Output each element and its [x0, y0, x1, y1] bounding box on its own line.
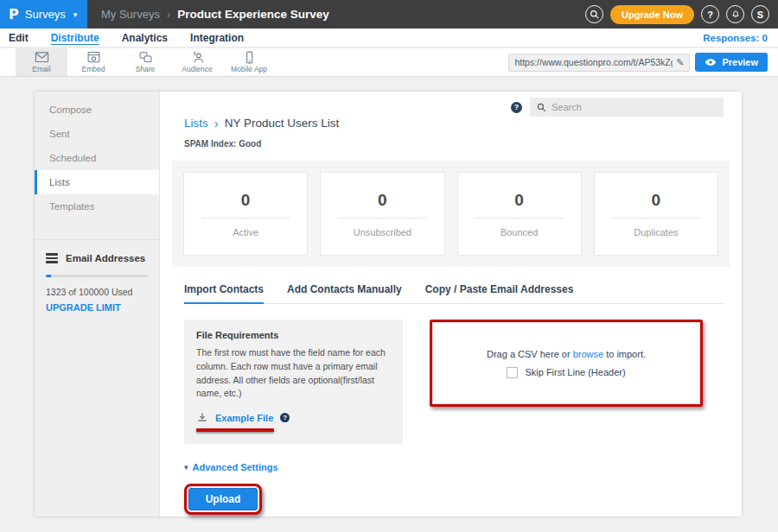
stat-divider [201, 218, 290, 218]
breadcrumb-separator-icon: › [167, 8, 170, 21]
email-addresses-section: Email Addresses 1323 of 100000 Used UPGR… [35, 239, 159, 314]
file-requirements-title: File Requirements [196, 330, 391, 340]
nav-integration[interactable]: Integration [179, 32, 255, 44]
contacts-tabs: Import Contacts Add Contacts Manually Co… [184, 283, 724, 304]
stat-label: Duplicates [634, 227, 678, 238]
magnifier-icon [537, 103, 546, 112]
stat-label: Unsubscribed [354, 227, 411, 238]
upgrade-limit-link[interactable]: UPGRADE LIMIT [46, 302, 121, 313]
survey-url-input[interactable] [514, 57, 673, 67]
list-breadcrumb: Lists › NY Product Users List [184, 117, 724, 130]
skip-first-line-label: Skip First Line (Header) [525, 367, 625, 377]
channel-mobile-app[interactable]: Mobile App [223, 48, 275, 76]
advanced-settings-label: Advanced Settings [193, 462, 278, 472]
channel-share[interactable]: Share [119, 48, 171, 76]
email-icon [35, 51, 49, 64]
dropzone-text: Drag a CSV here or browse to import. [487, 349, 646, 359]
stat-value: 0 [652, 191, 661, 210]
tab-add-contacts-manually[interactable]: Add Contacts Manually [287, 283, 402, 304]
spam-index: SPAM Index: Good [184, 139, 724, 149]
sidebar-item-lists[interactable]: Lists [35, 170, 159, 194]
red-annotation-box: Drag a CSV here or browse to import. Ski… [430, 320, 703, 407]
toolbar-right: ✎ Preview [508, 48, 768, 76]
user-avatar[interactable]: S [751, 5, 769, 23]
file-requirements-box: File Requirements The first row must hav… [184, 320, 403, 444]
search-icon[interactable] [585, 5, 603, 23]
csv-dropzone[interactable]: Drag a CSV here or browse to import. Ski… [432, 322, 700, 404]
channel-embed-label: Embed [82, 65, 105, 73]
example-file-help-icon[interactable]: ? [280, 413, 290, 422]
breadcrumb-lists-link[interactable]: Lists [184, 117, 208, 130]
tab-import-contacts[interactable]: Import Contacts [184, 283, 264, 304]
channel-email-label: Email [32, 65, 50, 73]
upload-button[interactable]: Upload [188, 488, 258, 510]
channel-mobile-app-label: Mobile App [231, 65, 267, 73]
red-annotation-underline [196, 428, 274, 432]
list-stats: 0 Active 0 Unsubscribed 0 Bounced 0 Dupl… [172, 161, 730, 267]
sidebar-item-templates[interactable]: Templates [35, 194, 159, 218]
channel-tabs: Email Embed Share $ Audience Mobile App [16, 48, 275, 76]
stat-divider [612, 218, 700, 218]
survey-title: Product Experience Survey [177, 8, 329, 21]
import-contacts-area: File Requirements The first row must hav… [184, 320, 724, 444]
stat-value: 0 [514, 191, 524, 210]
nav-edit[interactable]: Edit [0, 32, 40, 44]
nav-analytics[interactable]: Analytics [111, 32, 179, 44]
contact-search-box [530, 98, 724, 117]
survey-url-box: ✎ [508, 54, 690, 72]
distribute-toolbar: Email Embed Share $ Audience Mobile App … [0, 48, 778, 77]
responses-count[interactable]: Responses: 0 [703, 33, 778, 43]
product-switcher[interactable]: P Surveys ▾ [0, 0, 87, 28]
survey-nav: Edit Distribute Analytics Integration Re… [0, 28, 778, 48]
header-breadcrumb: My Surveys › Product Experience Survey [101, 8, 329, 21]
dropzone-text-suffix: to import. [603, 349, 646, 359]
skip-first-line-row: Skip First Line (Header) [507, 367, 625, 378]
email-addresses-title: Email Addresses [66, 253, 145, 263]
preview-button[interactable]: Preview [695, 53, 768, 72]
breadcrumb-my-surveys[interactable]: My Surveys [101, 8, 160, 21]
app-header: P Surveys ▾ My Surveys › Product Experie… [0, 0, 778, 28]
svg-text:$: $ [193, 51, 196, 56]
search-row: ? [184, 98, 724, 117]
edit-url-pencil-icon[interactable]: ✎ [676, 57, 684, 68]
sidebar-item-sent[interactable]: Sent [35, 122, 159, 146]
red-annotation-ring: Upload [184, 484, 262, 515]
sidebar-item-scheduled[interactable]: Scheduled [35, 146, 159, 170]
sidebar-item-compose[interactable]: Compose [35, 98, 159, 122]
list-name: NY Product Users List [225, 117, 340, 130]
caret-down-icon: ▾ [73, 10, 78, 19]
email-addresses-header: Email Addresses [46, 253, 148, 263]
mobile-app-icon [242, 51, 257, 64]
header-actions: Upgrade Now ? S [585, 5, 778, 24]
notifications-bell-icon[interactable] [726, 5, 744, 23]
file-requirements-body: The first row must have the field name f… [196, 346, 391, 401]
nav-distribute[interactable]: Distribute [40, 32, 111, 44]
share-icon [138, 51, 153, 64]
advanced-settings-toggle[interactable]: ▾ Advanced Settings [184, 462, 278, 472]
audience-icon: $ [190, 51, 205, 64]
stat-card-bounced: 0 Bounced [457, 172, 582, 256]
skip-first-line-checkbox[interactable] [507, 367, 518, 378]
chevron-right-icon: › [214, 117, 219, 130]
channel-audience[interactable]: $ Audience [171, 48, 223, 76]
caret-down-icon: ▾ [184, 463, 188, 472]
channel-audience-label: Audience [182, 65, 212, 73]
stat-divider [338, 218, 426, 218]
channel-share-label: Share [136, 65, 156, 73]
stat-value: 0 [241, 191, 251, 210]
usage-text: 1323 of 100000 Used [46, 287, 148, 297]
browse-link[interactable]: browse [573, 349, 603, 359]
channel-email[interactable]: Email [16, 48, 67, 76]
stat-card-unsubscribed: 0 Unsubscribed [320, 172, 444, 256]
stat-card-duplicates: 0 Duplicates [594, 172, 718, 256]
search-input[interactable] [552, 102, 717, 112]
stat-value: 0 [378, 191, 387, 210]
dropzone-text-prefix: Drag a CSV here or [487, 349, 573, 359]
tab-copy-paste-email-addresses[interactable]: Copy / Paste Email Addresses [425, 283, 574, 304]
upgrade-now-button[interactable]: Upgrade Now [610, 5, 694, 24]
example-file-link[interactable]: Example File [215, 413, 273, 423]
stat-divider [475, 218, 563, 218]
help-question-icon[interactable]: ? [511, 102, 522, 113]
channel-embed[interactable]: Embed [67, 48, 119, 76]
help-icon[interactable]: ? [701, 5, 719, 23]
